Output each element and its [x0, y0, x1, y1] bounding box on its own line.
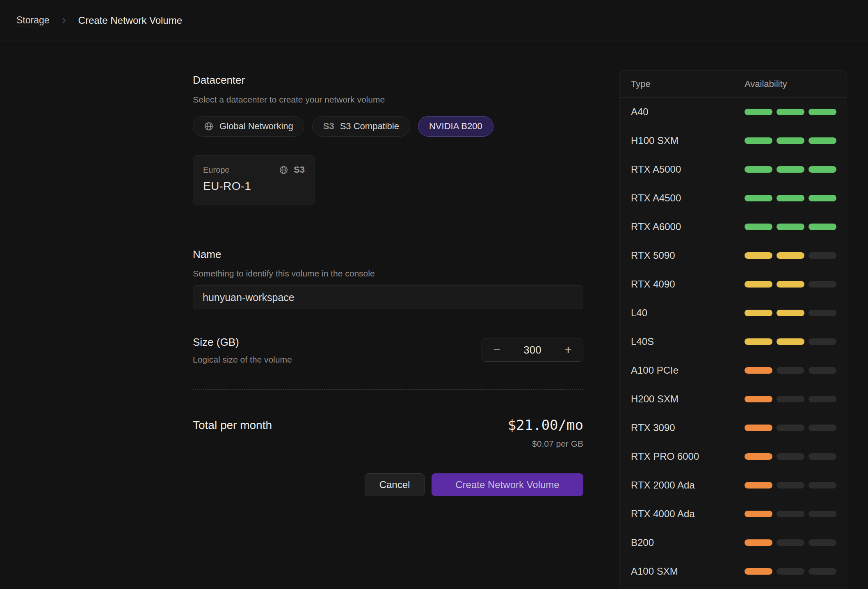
- datacenter-section-title: Datacenter: [193, 73, 583, 87]
- availability-bar-filled: [745, 453, 772, 460]
- datacenter-filter-chips: Global Networking S3 S3 Compatible NVIDI…: [193, 116, 583, 137]
- availability-bar-filled: [809, 195, 836, 201]
- availability-bar-empty: [809, 425, 836, 431]
- table-row: H200 SXM: [619, 385, 847, 413]
- availability-bar-empty: [809, 367, 836, 374]
- volume-name-input[interactable]: [193, 285, 583, 309]
- availability-meter: [745, 367, 836, 374]
- datacenter-id: EU-RO-1: [203, 180, 305, 193]
- availability-bar-filled: [777, 195, 804, 201]
- filter-global-networking[interactable]: Global Networking: [193, 116, 304, 137]
- availability-meter: [745, 166, 836, 173]
- availability-bar-empty: [809, 568, 836, 575]
- availability-bar-filled: [777, 252, 804, 259]
- availability-bar-filled: [809, 224, 836, 230]
- availability-bar-empty: [777, 453, 804, 460]
- availability-bar-filled: [745, 425, 772, 431]
- gpu-type-label: H100 SXM: [619, 135, 745, 146]
- availability-table-header: Type Availability: [619, 71, 847, 98]
- availability-meter: [745, 539, 836, 546]
- dashed-divider: [193, 389, 583, 390]
- availability-bar-filled: [745, 195, 772, 201]
- unit-price: $0.07 per GB: [508, 439, 583, 449]
- availability-meter: [745, 511, 836, 517]
- gpu-type-label: A40: [619, 106, 745, 118]
- filter-nvidia-b200[interactable]: NVIDIA B200: [418, 116, 493, 137]
- availability-bar-empty: [777, 482, 804, 489]
- table-row: RTX 4090: [619, 270, 847, 299]
- s3-icon: S3: [323, 121, 334, 132]
- decrement-button[interactable]: −: [482, 344, 512, 356]
- availability-bar-filled: [745, 511, 772, 517]
- gpu-type-label: A100 PCIe: [619, 365, 745, 376]
- create-network-volume-button[interactable]: Create Network Volume: [432, 473, 583, 496]
- availability-bar-filled: [745, 109, 772, 115]
- table-row: RTX PRO 6000: [619, 442, 847, 471]
- table-row: H100 SXM: [619, 126, 847, 155]
- availability-meter: [745, 109, 836, 115]
- availability-bar-filled: [745, 281, 772, 288]
- availability-meter: [745, 453, 836, 460]
- breadcrumb: Storage Create Network Volume: [0, 0, 868, 41]
- availability-bar-filled: [777, 310, 804, 316]
- column-header-type: Type: [619, 79, 745, 89]
- chevron-right-icon: [59, 16, 69, 25]
- table-row: L40: [619, 299, 847, 327]
- availability-bar-filled: [777, 109, 804, 115]
- name-section-subtitle: Something to identify this volume in the…: [193, 268, 583, 279]
- availability-bar-filled: [745, 367, 772, 374]
- availability-meter: [745, 338, 836, 345]
- availability-bar-filled: [777, 137, 804, 144]
- cancel-button[interactable]: Cancel: [365, 473, 425, 496]
- filter-label: S3 Compatible: [340, 121, 399, 132]
- availability-meter: [745, 224, 836, 230]
- datacenter-section-subtitle: Select a datacenter to create your netwo…: [193, 94, 583, 105]
- filter-s3-compatible[interactable]: S3 S3 Compatible: [312, 116, 410, 137]
- availability-bar-empty: [809, 310, 836, 316]
- availability-bar-filled: [745, 310, 772, 316]
- datacenter-region: Europe: [203, 165, 230, 175]
- availability-bar-empty: [809, 511, 836, 517]
- availability-bar-filled: [745, 252, 772, 259]
- table-row: L40S: [619, 327, 847, 356]
- availability-bar-filled: [745, 568, 772, 575]
- increment-button[interactable]: +: [553, 344, 583, 356]
- gpu-type-label: RTX 2000 Ada: [619, 479, 745, 491]
- gpu-availability-panel: Type Availability A40H100 SXMRTX A5000RT…: [619, 71, 847, 589]
- availability-bar-empty: [809, 396, 836, 402]
- table-row: RTX A5000: [619, 155, 847, 184]
- size-value[interactable]: 300: [512, 344, 553, 356]
- datacenter-card-eu-ro-1[interactable]: Europe S3 EU-RO-1: [193, 155, 315, 205]
- availability-bar-filled: [809, 137, 836, 144]
- availability-bar-filled: [745, 224, 772, 230]
- table-row: B200: [619, 528, 847, 557]
- gpu-type-label: RTX A6000: [619, 221, 745, 233]
- gpu-type-label: B200: [619, 537, 745, 548]
- availability-meter: [745, 137, 836, 144]
- s3-badge: S3: [294, 164, 305, 175]
- availability-bar-filled: [777, 281, 804, 288]
- column-header-availability: Availability: [745, 79, 787, 89]
- availability-bar-filled: [745, 338, 772, 345]
- total-per-month-label: Total per month: [193, 419, 272, 432]
- availability-meter: [745, 252, 836, 259]
- gpu-type-label: L40S: [619, 336, 745, 347]
- table-row: A100 PCIe: [619, 356, 847, 385]
- table-row: A100 SXM: [619, 557, 847, 586]
- table-row: A40: [619, 98, 847, 126]
- availability-meter: [745, 281, 836, 288]
- availability-bar-filled: [745, 137, 772, 144]
- breadcrumb-storage-link[interactable]: Storage: [16, 15, 50, 26]
- table-row: RTX 4000 Ada: [619, 500, 847, 528]
- availability-bar-empty: [777, 425, 804, 431]
- gpu-type-label: A100 SXM: [619, 566, 745, 577]
- availability-bar-empty: [809, 539, 836, 546]
- page-title: Create Network Volume: [78, 15, 182, 26]
- create-volume-form: Datacenter Select a datacenter to create…: [193, 41, 583, 496]
- gpu-type-label: RTX 4000 Ada: [619, 508, 745, 520]
- availability-bar-filled: [809, 166, 836, 173]
- availability-bar-empty: [777, 568, 804, 575]
- gpu-type-label: H200 SXM: [619, 393, 745, 405]
- availability-rows: A40H100 SXMRTX A5000RTX A4500RTX A6000RT…: [619, 98, 847, 586]
- availability-bar-filled: [809, 109, 836, 115]
